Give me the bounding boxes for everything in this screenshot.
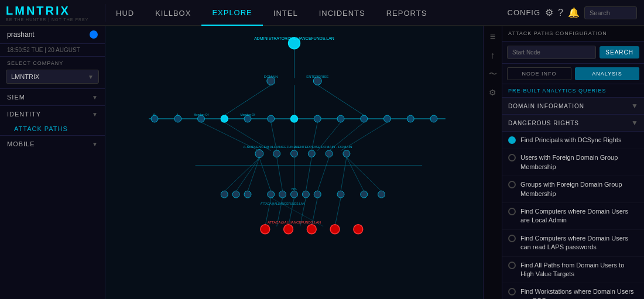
config-label[interactable]: CONFIG <box>508 8 541 17</box>
svg-point-58 <box>244 191 251 198</box>
query-item-4[interactable]: Find Computers where Domain Users are Lo… <box>502 203 644 230</box>
svg-point-56 <box>221 191 228 198</box>
svg-line-49 <box>317 157 329 192</box>
query-item-5[interactable]: Find Computers where Domain Users can re… <box>502 230 644 257</box>
bell-icon[interactable]: 🔔 <box>568 7 580 18</box>
query-radio-7 <box>508 288 516 295</box>
tab-row: NODE INFO ANALYSIS <box>502 64 644 84</box>
nav-item-intel[interactable]: INTEL <box>263 0 309 26</box>
svg-text:A-: A- <box>153 114 156 116</box>
svg-line-51 <box>236 158 259 192</box>
prebuilt-queries-link[interactable]: PRE-BUILT ANALYTICS QUERIES <box>502 84 644 98</box>
top-nav: LMNTRIX BE THE HUNTER | NOT THE PREY HUD… <box>0 0 644 26</box>
query-text-7: Find Workstations where Domain Users can… <box>520 287 638 299</box>
search-row: SEARCH <box>502 42 644 64</box>
identity-header[interactable]: IDENTITY ▼ <box>0 106 105 122</box>
panel-settings-icon[interactable]: ⚙ <box>489 88 496 97</box>
svg-line-50 <box>248 158 259 192</box>
svg-point-60 <box>279 191 286 198</box>
dangerous-rights-chevron-icon: ▼ <box>631 119 638 127</box>
svg-point-39 <box>308 150 315 157</box>
settings-icon[interactable]: ⚙ <box>545 7 553 18</box>
nav-items: HUD KILLBOX EXPLORE INTEL INCIDENTS REPO… <box>105 0 508 25</box>
panel-main-content: ATTACK PATHS CONFIGURATION SEARCH NODE I… <box>502 26 644 299</box>
svg-point-59 <box>268 191 275 198</box>
prebuilt-label: PRE-BUILT ANALYTICS QUERIES <box>508 88 607 94</box>
graph-area[interactable]: ADMINISTRATOR@ALLIANCEFUNDS.LAN DOMAIN E… <box>105 26 483 299</box>
search-input[interactable] <box>584 6 637 19</box>
svg-line-52 <box>224 158 259 192</box>
query-item-1[interactable]: Find Principals with DCSync Rights <box>502 132 644 149</box>
query-text-4: Find Computers where Domain Users are Lo… <box>520 207 638 225</box>
search-button[interactable]: SEARCH <box>600 46 639 59</box>
query-item-2[interactable]: Users with Foreign Domain Group Membersh… <box>502 149 644 176</box>
svg-text:ADMINISTRATOR@ALLIANCEFUNDS.LA: ADMINISTRATOR@ALLIANCEFUNDS.LAN <box>254 36 334 40</box>
tab-node-info[interactable]: NODE INFO <box>507 67 571 80</box>
svg-text:ENTERPRISE: ENTERPRISE <box>306 75 328 78</box>
svg-line-45 <box>259 158 271 192</box>
sidebar-item-attack-paths[interactable]: ATTACK PATHS <box>7 122 105 135</box>
query-item-3[interactable]: Groups with Foreign Domain Group Members… <box>502 176 644 203</box>
mobile-title: MOBILE <box>7 140 35 147</box>
svg-point-17 <box>361 115 368 122</box>
query-text-3: Groups with Foreign Domain Group Members… <box>520 180 638 198</box>
panel-upload-icon[interactable]: ↑ <box>491 50 495 61</box>
dangerous-rights-title: DANGEROUS RIGHTS <box>508 120 579 126</box>
company-value: LMNTRIX <box>11 73 39 80</box>
svg-point-77 <box>284 225 293 234</box>
svg-line-27 <box>317 85 364 115</box>
nav-item-incidents[interactable]: INCIDENTS <box>309 0 376 26</box>
dropdown-chevron-icon: ▼ <box>88 74 94 80</box>
svg-text:A-NODLENCE@ALLIANCEFUNDS: A-NODLENCE@ALLIANCEFUNDS <box>244 145 299 149</box>
siem-title: SIEM <box>7 94 25 101</box>
svg-point-63 <box>314 191 321 198</box>
svg-line-53 <box>341 157 347 192</box>
nav-item-explore[interactable]: EXPLORE <box>201 0 262 26</box>
panel-side-icons: ≡ ↑ 〜 ⚙ <box>484 26 502 299</box>
query-radio-3 <box>508 181 516 188</box>
domain-info-section[interactable]: DOMAIN INFORMATION ▼ <box>502 98 644 115</box>
query-radio-4 <box>508 208 516 215</box>
help-icon[interactable]: ? <box>558 8 563 18</box>
dangerous-rights-section[interactable]: DANGEROUS RIGHTS ▼ <box>502 115 644 132</box>
nav-item-hud[interactable]: HUD <box>105 0 145 26</box>
svg-line-48 <box>306 157 311 192</box>
svg-text:A-: A- <box>176 114 179 116</box>
nav-item-killbox[interactable]: KILLBOX <box>145 0 201 26</box>
mobile-header[interactable]: MOBILE ▼ <box>0 136 105 152</box>
company-dropdown[interactable]: LMNTRIX ▼ <box>6 70 99 84</box>
svg-point-38 <box>291 150 298 157</box>
nav-item-reports[interactable]: REPORTS <box>376 0 438 26</box>
svg-point-37 <box>273 150 280 157</box>
svg-line-46 <box>277 157 283 192</box>
identity-title: IDENTITY <box>7 111 41 118</box>
svg-line-25 <box>224 85 270 115</box>
sidebar-datetime: 18:50:52 TUE | 20 AUGUST <box>0 44 105 57</box>
user-status-dot <box>90 30 98 39</box>
siem-header[interactable]: SIEM ▼ <box>0 89 105 105</box>
query-item-7[interactable]: Find Workstations where Domain Users can… <box>502 283 644 299</box>
tab-analysis[interactable]: ANALYSIS <box>575 67 639 80</box>
sidebar-username: prashant <box>7 30 35 39</box>
panel-chart-icon[interactable]: 〜 <box>489 69 497 80</box>
svg-point-41 <box>343 150 350 157</box>
query-list: Find Principals with DCSync Rights Users… <box>502 132 644 299</box>
svg-point-80 <box>354 225 363 234</box>
svg-text:ATTACA@ALLIANCEFUNDS.LAN: ATTACA@ALLIANCEFUNDS.LAN <box>268 221 321 224</box>
query-item-6[interactable]: Find All Paths from Domain Users to High… <box>502 257 644 284</box>
svg-point-20 <box>430 115 437 122</box>
panel-header: ATTACK PATHS CONFIGURATION <box>502 26 644 42</box>
node-search-input[interactable] <box>507 46 596 59</box>
panel-header-title: ATTACK PATHS CONFIGURATION <box>508 30 607 36</box>
svg-point-15 <box>314 115 321 122</box>
svg-point-76 <box>261 225 270 234</box>
svg-text:ATTACA@ALLIANCEFUNDS.LAN: ATTACA@ALLIANCEFUNDS.LAN <box>261 202 305 205</box>
svg-point-64 <box>337 191 344 198</box>
svg-point-79 <box>330 225 340 234</box>
query-text-6: Find All Paths from Domain Users to High… <box>520 261 638 279</box>
panel-menu-icon[interactable]: ≡ <box>490 32 495 42</box>
nav-right: CONFIG ⚙ ? 🔔 <box>508 6 644 19</box>
domain-info-chevron-icon: ▼ <box>631 102 638 110</box>
logo-text: LMNTRIX <box>6 4 99 18</box>
svg-point-14 <box>291 115 298 122</box>
